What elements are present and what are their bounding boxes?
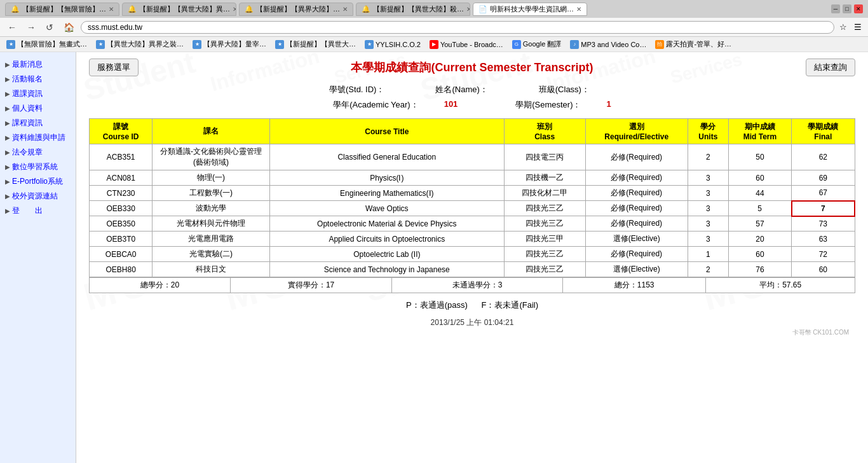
reload-button[interactable]: ↺ (42, 20, 57, 34)
bookmark-label-5: YYLSIH.C.O.2 (376, 41, 421, 48)
sidebar-item-curriculum[interactable]: ▶ 課程資訊 (0, 116, 76, 130)
tab-label-3: 【新提醒】【異界大陸】… (256, 4, 340, 14)
bookmark-5[interactable]: ★ YYLSIH.C.O.2 (361, 39, 424, 50)
header-course-title: Course Title (269, 119, 504, 144)
sidebar-item-external[interactable]: ▶ 校外資源連結 (0, 189, 76, 204)
table-row: OEBH80科技日文Science and Technology in Japa… (90, 262, 855, 277)
cell-class: 四技電三丙 (504, 144, 585, 170)
table-row: OEBCA0光電實驗(二)Optoelectric Lab (II)四技光三乙必… (90, 247, 855, 262)
total-units: 總學分：20 (90, 278, 231, 293)
page-title-zh: 本學期成績查詢 (351, 61, 431, 74)
star-icon[interactable]: ☆ (837, 21, 850, 33)
bookmark-icon-2: ★ (96, 40, 105, 49)
sidebar-item-logout[interactable]: ▶ 登 出 (0, 204, 76, 218)
cell-required: 必修(Required) (585, 170, 688, 186)
bookmark-7[interactable]: G Google 翻譯 (508, 39, 566, 50)
tab-favicon-5: 📄 (478, 5, 487, 13)
window-controls: ─ □ ✕ (831, 4, 863, 13)
table-row: ACN081物理(一)Physics(Ⅰ)四技機一乙必修(Required)36… (90, 170, 855, 186)
failed-units: 未通過學分：3 (392, 278, 563, 293)
service-menu-button[interactable]: 服務選單 (89, 59, 139, 76)
cell-midterm: 57 (728, 216, 791, 232)
home-button[interactable]: 🏠 (60, 20, 78, 34)
cell-course-title: Optoelectronic Material & Device Physics (269, 216, 504, 232)
bookmark-label-7: Google 翻譯 (523, 39, 562, 49)
bookmark-label-8: MP3 and Video Co… (581, 41, 646, 48)
table-row: OEB350光電材料與元件物理Optoelectronic Material &… (90, 216, 855, 232)
cell-course-name: 波動光學 (153, 201, 269, 216)
tab-label-1: 【新提醒】【無限冒險】… (22, 4, 106, 14)
sidebar-item-maintenance[interactable]: ▶ 資料維護與申請 (0, 130, 76, 145)
cell-units: 2 (688, 144, 728, 170)
sidebar-label-elearning: 數位學習系統 (12, 162, 58, 172)
sidebar: ▶ 最新消息 ▶ 活動報名 ▶ 選課資訊 ▶ 個人資料 ▶ 課程資訊 ▶ 資料維… (0, 52, 76, 463)
close-button[interactable]: ✕ (854, 4, 863, 13)
sidebar-item-events[interactable]: ▶ 活動報名 (0, 72, 76, 86)
tab-5-active[interactable]: 📄 明新科技大學學生資訊網… ✕ (473, 3, 587, 16)
address-bar[interactable] (81, 21, 834, 34)
total-score: 總分：1153 (562, 278, 706, 293)
forward-button[interactable]: → (23, 20, 39, 34)
bookmark-6[interactable]: ▶ YouTube - Broadc… (426, 39, 507, 50)
header-course-id: 課號Course ID (90, 119, 153, 144)
cell-class: 四技光三乙 (504, 247, 585, 262)
page-wrapper: ▶ 最新消息 ▶ 活動報名 ▶ 選課資訊 ▶ 個人資料 ▶ 課程資訊 ▶ 資料維… (0, 52, 868, 463)
settings-icon[interactable]: ☰ (851, 21, 864, 33)
bookmark-8[interactable]: ♪ MP3 and Video Co… (566, 39, 650, 50)
sidebar-item-news[interactable]: ▶ 最新消息 (0, 57, 76, 72)
tab-3[interactable]: 🔔 【新提醒】【異界大陸】… ✕ (239, 3, 353, 16)
sidebar-item-eportfolio[interactable]: ▶ E-Portfolio系統 (0, 174, 76, 189)
header-course-name: 課名 (153, 119, 269, 144)
sidebar-label-events: 活動報名 (12, 74, 43, 85)
cell-course-name: 物理(一) (153, 170, 269, 186)
tab-1[interactable]: 🔔 【新提醒】【無限冒險】… ✕ (5, 3, 119, 16)
cell-class: 四技光三乙 (504, 262, 585, 277)
sidebar-item-elearning[interactable]: ▶ 數位學習系統 (0, 160, 76, 174)
main-content: Student Information Services Student Inf… (76, 52, 868, 463)
cell-required: 必修(Required) (585, 216, 688, 232)
bookmark-2[interactable]: ★ 【異世大陸】異界之裝… (92, 39, 187, 50)
academic-year-value: 101 (444, 99, 458, 111)
minimize-button[interactable]: ─ (831, 4, 840, 13)
page-title-en: (Current Semester Transcript) (431, 61, 593, 74)
tab-4[interactable]: 🔔 【新提醒】【異世大陸】殺… ✕ (356, 3, 470, 16)
bookmark-3[interactable]: ★ 【異界大陸】量宰… (189, 39, 270, 50)
cell-course-id: OEB3T0 (90, 232, 153, 247)
cell-course-name: 光電材料與元件物理 (153, 216, 269, 232)
cell-required: 必修(Required) (585, 201, 688, 216)
tab-label-4: 【新提醒】【異世大陸】殺… (373, 4, 464, 14)
tab-close-4[interactable]: ✕ (466, 6, 470, 13)
sidebar-label-rules: 法令規章 (12, 147, 43, 158)
sidebar-label-maintenance: 資料維護與申請 (12, 132, 65, 143)
cell-course-id: OEB350 (90, 216, 153, 232)
bookmark-icon-4: ★ (275, 40, 284, 49)
cell-units: 3 (688, 170, 728, 186)
tab-close-2[interactable]: ✕ (233, 6, 236, 13)
sidebar-item-rules[interactable]: ▶ 法令規章 (0, 145, 76, 160)
end-query-button[interactable]: 結束查詢 (806, 59, 855, 76)
bookmark-label-9: 露天拍賣-管單、好… (666, 39, 731, 49)
sidebar-item-personal[interactable]: ▶ 個人資料 (0, 101, 76, 116)
back-button[interactable]: ← (4, 20, 20, 34)
header-class: 班別Class (504, 119, 585, 144)
tab-close-5[interactable]: ✕ (576, 6, 581, 13)
tab-favicon-4: 🔔 (362, 5, 370, 13)
arrow-icon: ▶ (5, 120, 10, 127)
cell-units: 3 (688, 232, 728, 247)
sidebar-item-courses[interactable]: ▶ 選課資訊 (0, 86, 76, 101)
cell-midterm: 20 (728, 232, 791, 247)
tab-close-3[interactable]: ✕ (342, 6, 348, 13)
cell-class: 四技光三乙 (504, 201, 585, 216)
cell-midterm: 50 (728, 144, 791, 170)
tab-2[interactable]: 🔔 【新提醒】【異世大陸】異… ✕ (122, 3, 236, 16)
cell-final: 69 (792, 170, 855, 186)
cell-required: 選修(Elective) (585, 232, 688, 247)
bookmark-1[interactable]: ★ 【無限冒險】無畫式… (3, 39, 91, 50)
transcript-table: 課號Course ID 課名 Course Title 班別Class 選別Re… (89, 118, 855, 277)
maximize-button[interactable]: □ (843, 4, 851, 13)
bookmark-9[interactable]: 拍 露天拍賣-管單、好… (651, 39, 735, 50)
bookmark-4[interactable]: ★ 【新提醒】【異世大… (271, 39, 360, 50)
cell-final: 73 (792, 216, 855, 232)
cell-class: 四技光三乙 (504, 216, 585, 232)
tab-close-1[interactable]: ✕ (109, 6, 114, 13)
